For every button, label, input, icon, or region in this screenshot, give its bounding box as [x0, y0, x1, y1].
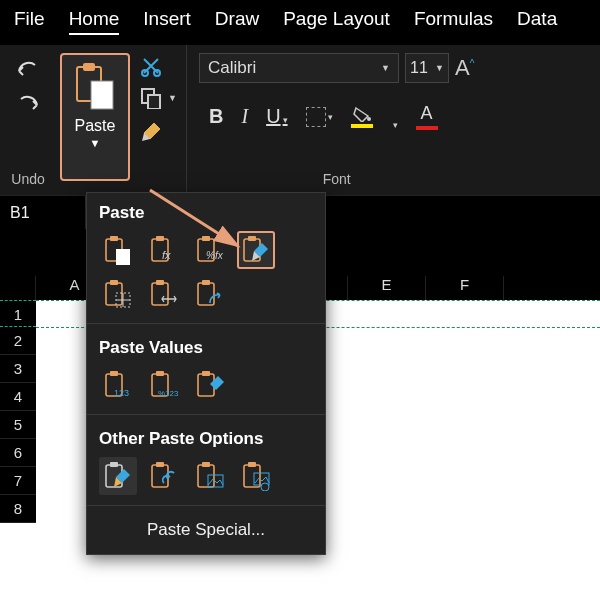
- fill-icon: [352, 106, 372, 122]
- group-undo: Undo: [0, 45, 56, 195]
- row-header-6[interactable]: 6: [0, 439, 36, 467]
- name-box[interactable]: B1: [0, 196, 86, 229]
- cut-icon[interactable]: [140, 55, 162, 77]
- paste-label: Paste: [75, 117, 116, 135]
- paste-keep-source-formatting-icon[interactable]: [237, 231, 275, 269]
- row-header-2[interactable]: 2: [0, 327, 36, 355]
- svg-rect-9: [110, 236, 118, 241]
- paste-values-section-title: Paste Values: [99, 338, 313, 358]
- svg-rect-29: [110, 371, 118, 376]
- tab-draw[interactable]: Draw: [215, 8, 259, 35]
- font-size-value: 11: [410, 59, 428, 77]
- paste-link-icon[interactable]: [145, 457, 183, 495]
- group-label-font: Font: [323, 171, 351, 191]
- font-name-select[interactable]: Calibri ▼: [199, 53, 399, 83]
- paste-values-source-formatting-icon[interactable]: [191, 366, 229, 404]
- format-painter-icon[interactable]: [140, 119, 164, 143]
- svg-rect-1: [83, 63, 95, 71]
- bold-button[interactable]: B: [209, 105, 223, 128]
- svg-rect-15: [202, 236, 210, 241]
- paste-values-number-icon[interactable]: %123: [145, 366, 183, 404]
- group-label-undo: Undo: [11, 171, 44, 191]
- borders-icon: [306, 107, 326, 127]
- svg-point-46: [261, 483, 269, 491]
- paste-picture-icon[interactable]: [191, 457, 229, 495]
- clipboard-icon: [73, 61, 117, 111]
- svg-rect-44: [248, 462, 256, 467]
- chevron-down-icon: ▾: [328, 112, 333, 122]
- paste-linked-picture-icon[interactable]: [237, 457, 275, 495]
- row-header-8[interactable]: 8: [0, 495, 36, 523]
- svg-rect-27: [202, 280, 210, 285]
- tab-data[interactable]: Data: [517, 8, 557, 35]
- chevron-down-icon: ▼: [168, 93, 177, 103]
- svg-rect-35: [202, 371, 210, 376]
- chevron-down-icon: ▾: [283, 115, 288, 125]
- ribbon-tabs: File Home Insert Draw Page Layout Formul…: [0, 0, 600, 45]
- borders-button[interactable]: ▾: [306, 107, 333, 127]
- paste-all-icon[interactable]: [99, 231, 137, 269]
- font-color-icon: A: [421, 103, 433, 124]
- tab-page-layout[interactable]: Page Layout: [283, 8, 390, 35]
- svg-rect-37: [110, 462, 118, 467]
- paste-section-title: Paste: [99, 203, 313, 223]
- font-size-select[interactable]: 11 ▼: [405, 53, 449, 83]
- paste-special-menu-item[interactable]: Paste Special...: [87, 510, 325, 552]
- select-all-corner[interactable]: [0, 276, 36, 300]
- paste-no-borders-icon[interactable]: [99, 275, 137, 313]
- font-name-value: Calibri: [208, 58, 256, 78]
- svg-rect-39: [156, 462, 164, 467]
- tab-file[interactable]: File: [14, 8, 45, 35]
- group-clipboard: Paste ▼: [56, 45, 134, 195]
- row-header-1[interactable]: 1: [0, 300, 36, 327]
- italic-button[interactable]: I: [241, 105, 248, 128]
- row-header-7[interactable]: 7: [0, 467, 36, 495]
- paste-keep-col-width-icon[interactable]: [145, 275, 183, 313]
- svg-rect-24: [152, 283, 168, 305]
- undo-icon[interactable]: [15, 61, 41, 81]
- paste-formulas-icon[interactable]: fx: [145, 231, 183, 269]
- paste-formulas-number-icon[interactable]: %fx: [191, 231, 229, 269]
- svg-point-7: [367, 117, 371, 121]
- svg-rect-2: [91, 81, 113, 109]
- copy-button[interactable]: ▼: [140, 87, 177, 109]
- svg-rect-26: [198, 283, 214, 305]
- svg-text:%123: %123: [158, 389, 178, 398]
- grow-font-icon[interactable]: A^: [455, 55, 474, 81]
- svg-rect-32: [156, 371, 164, 376]
- svg-rect-18: [248, 236, 256, 241]
- svg-rect-6: [148, 95, 160, 109]
- group-font: Calibri ▼ 11 ▼ A^ B I U▾ ▾ ▾ A: [186, 45, 486, 195]
- clipboard-tools: ▼: [134, 45, 186, 195]
- chevron-down-icon[interactable]: ▾: [393, 120, 398, 130]
- col-header-f[interactable]: F: [426, 276, 504, 300]
- svg-text:%fx: %fx: [206, 250, 224, 261]
- chevron-down-icon: ▼: [435, 63, 444, 73]
- fill-color-button[interactable]: [351, 106, 373, 128]
- chevron-down-icon: ▼: [90, 137, 101, 149]
- paste-values-icon[interactable]: 123: [99, 366, 137, 404]
- redo-icon[interactable]: [15, 95, 41, 115]
- paste-transpose-icon[interactable]: [191, 275, 229, 313]
- row-header-5[interactable]: 5: [0, 411, 36, 439]
- paste-formatting-icon[interactable]: [99, 457, 137, 495]
- tab-home[interactable]: Home: [69, 8, 120, 35]
- svg-rect-20: [110, 280, 118, 285]
- tab-insert[interactable]: Insert: [143, 8, 191, 35]
- col-header-e[interactable]: E: [348, 276, 426, 300]
- svg-rect-10: [116, 249, 130, 265]
- chevron-down-icon: ▼: [381, 63, 390, 73]
- svg-rect-12: [156, 236, 164, 241]
- svg-rect-43: [244, 465, 260, 487]
- underline-button[interactable]: U▾: [266, 105, 287, 128]
- ribbon: Undo Paste ▼ ▼ Calibri: [0, 45, 600, 195]
- paste-button[interactable]: Paste ▼: [60, 53, 130, 181]
- row-headers: 1 2 3 4 5 6 7 8: [0, 300, 36, 523]
- svg-text:fx: fx: [162, 249, 171, 261]
- svg-rect-25: [156, 280, 164, 285]
- font-color-button[interactable]: A: [416, 103, 438, 130]
- svg-rect-41: [202, 462, 210, 467]
- row-header-4[interactable]: 4: [0, 383, 36, 411]
- tab-formulas[interactable]: Formulas: [414, 8, 493, 35]
- row-header-3[interactable]: 3: [0, 355, 36, 383]
